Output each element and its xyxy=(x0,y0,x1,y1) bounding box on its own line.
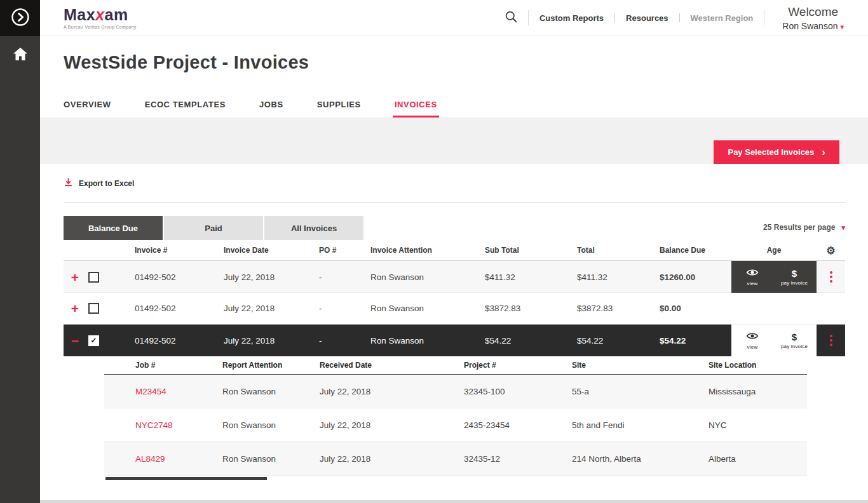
cell-total: $3872.83 xyxy=(569,304,652,313)
eye-icon xyxy=(746,268,759,279)
cell-invoice-date: July 22, 2018 xyxy=(207,336,302,345)
results-per-page-select[interactable]: 25 Results per page ▾ xyxy=(763,223,845,240)
invoice-table-header: Invoice # Invoice Date PO # Invoice Atte… xyxy=(64,240,845,261)
chevron-right-icon: › xyxy=(822,147,825,158)
user-menu[interactable]: Welcome Ron Swanson▾ xyxy=(764,5,868,31)
row-actions: view $ pay invoice xyxy=(731,261,817,293)
export-to-excel-button[interactable]: Export to Excel xyxy=(64,177,134,190)
col-invoice-number: Invoice # xyxy=(118,246,207,255)
download-icon xyxy=(64,177,73,190)
sidebar xyxy=(0,0,40,503)
subtable-scrollbar[interactable] xyxy=(105,477,267,480)
cell-sub-total: $3872.83 xyxy=(477,304,569,313)
nav-resources[interactable]: Resources xyxy=(615,13,679,23)
cell-site: 55-a xyxy=(572,387,709,396)
jobs-subtable: Job # Report Attention Received Date Pro… xyxy=(104,356,807,480)
home-icon xyxy=(13,52,28,63)
cell-report-attention: Ron Swanson xyxy=(222,387,320,396)
col-invoice-date: Invoice Date xyxy=(207,246,302,255)
col-project-number: Project # xyxy=(464,361,572,370)
col-site-location: Site Location xyxy=(709,361,807,370)
logo-text: Maxxam xyxy=(64,7,136,23)
filter-paid[interactable]: Paid xyxy=(164,216,263,240)
tab-supplies[interactable]: SUPPLIES xyxy=(317,100,361,117)
company-logo: Maxxam A Bureau Veritas Group Company xyxy=(64,7,136,29)
table-settings-button[interactable]: ⚙ xyxy=(817,245,845,257)
search-button[interactable] xyxy=(494,10,528,26)
page-content: WestSide Project - Invoices OVERVIEW ECO… xyxy=(40,36,868,503)
tab-overview[interactable]: OVERVIEW xyxy=(64,100,111,117)
expand-row-button[interactable]: + xyxy=(64,302,86,315)
nav-custom-reports[interactable]: Custom Reports xyxy=(529,13,614,23)
section-tabs: OVERVIEW ECOC TEMPLATES JOBS SUPPLIES IN… xyxy=(64,100,845,117)
row-checkbox[interactable] xyxy=(88,272,99,283)
invoice-row: + 01492-502 July 22, 2018 - Ron Swanson … xyxy=(64,261,845,293)
expand-row-button[interactable]: + xyxy=(64,271,86,284)
pay-invoice-button[interactable]: $ pay invoice xyxy=(773,261,815,293)
app-root: Maxxam A Bureau Veritas Group Company Cu… xyxy=(0,0,868,503)
jobs-table-header: Job # Report Attention Received Date Pro… xyxy=(104,356,807,375)
collapse-row-button[interactable]: − xyxy=(64,334,86,347)
cell-total: $411.32 xyxy=(569,272,652,282)
gear-icon: ⚙ xyxy=(826,245,835,256)
row-menu-button[interactable] xyxy=(817,267,845,286)
job-number-link[interactable]: NYC2748 xyxy=(104,420,222,430)
eye-icon xyxy=(746,332,759,342)
home-nav-button[interactable] xyxy=(13,47,28,64)
user-name: Ron Swanson▾ xyxy=(782,21,844,31)
job-number-link[interactable]: M23454 xyxy=(104,387,222,396)
job-row: NYC2748 Ron Swanson July 22, 2018 2435-2… xyxy=(104,408,807,442)
logo-tagline: A Bureau Veritas Group Company xyxy=(64,25,136,29)
view-invoice-button[interactable]: view xyxy=(731,325,773,356)
cell-project-number: 32435-12 xyxy=(464,454,572,464)
cell-invoice-number: 01492-502 xyxy=(118,304,207,313)
row-menu-button[interactable] xyxy=(817,331,845,350)
cell-balance-due: $54.22 xyxy=(652,336,731,345)
cell-attention: Ron Swanson xyxy=(363,272,477,282)
tab-jobs[interactable]: JOBS xyxy=(259,100,283,117)
filter-all-invoices[interactable]: All Invoices xyxy=(264,216,363,240)
pay-invoice-button[interactable]: $ pay invoice xyxy=(773,325,815,356)
col-received-date: Received Date xyxy=(320,361,464,370)
cell-sub-total: $54.22 xyxy=(477,336,569,345)
filter-balance-due[interactable]: Balance Due xyxy=(64,216,163,240)
dollar-icon: $ xyxy=(792,332,797,342)
top-bar: Maxxam A Bureau Veritas Group Company Cu… xyxy=(40,0,868,36)
sidebar-expand-button[interactable] xyxy=(0,0,40,36)
cell-site: 214 North, Alberta xyxy=(572,454,709,464)
export-label: Export to Excel xyxy=(79,179,134,188)
action-band: Pay Selected Invoices › xyxy=(40,117,868,164)
tab-ecoc-templates[interactable]: ECOC TEMPLATES xyxy=(145,100,226,117)
page-scrollbar[interactable] xyxy=(40,500,868,503)
cell-received-date: July 22, 2018 xyxy=(320,420,464,430)
cell-project-number: 32345-100 xyxy=(464,387,572,396)
cell-po-number: - xyxy=(302,336,363,345)
dollar-icon: $ xyxy=(792,269,797,278)
nav-western-region[interactable]: Western Region xyxy=(680,13,764,23)
cell-project-number: 2435-23454 xyxy=(464,420,572,430)
view-invoice-button[interactable]: view xyxy=(731,261,773,293)
cell-site-location: Alberta xyxy=(709,454,807,464)
topbar-right: Custom Reports Resources Western Region … xyxy=(494,0,868,36)
pay-selected-invoices-button[interactable]: Pay Selected Invoices › xyxy=(714,140,839,164)
cell-report-attention: Ron Swanson xyxy=(222,454,320,464)
col-site: Site xyxy=(572,361,709,370)
job-number-link[interactable]: AL8429 xyxy=(104,454,222,464)
cell-received-date: July 22, 2018 xyxy=(320,387,464,396)
divider xyxy=(64,202,845,203)
col-report-attention: Report Attention xyxy=(222,361,320,370)
row-checkbox-checked[interactable]: ✓ xyxy=(88,335,99,346)
cell-invoice-date: July 22, 2018 xyxy=(207,304,302,313)
row-checkbox[interactable] xyxy=(88,303,99,314)
col-total: Total xyxy=(569,246,652,255)
job-row: AL8429 Ron Swanson July 22, 2018 32435-1… xyxy=(104,442,807,476)
cell-attention: Ron Swanson xyxy=(363,336,477,345)
cell-site-location: Mississauga xyxy=(709,387,807,396)
cell-sub-total: $411.32 xyxy=(477,272,569,282)
circle-arrow-right-icon xyxy=(11,8,30,29)
tab-invoices[interactable]: INVOICES xyxy=(395,100,437,117)
col-job-number: Job # xyxy=(104,361,222,370)
main-area: Maxxam A Bureau Veritas Group Company Cu… xyxy=(40,0,868,503)
cell-invoice-number: 01492-502 xyxy=(118,272,207,282)
cell-invoice-number: 01492-502 xyxy=(118,336,207,345)
